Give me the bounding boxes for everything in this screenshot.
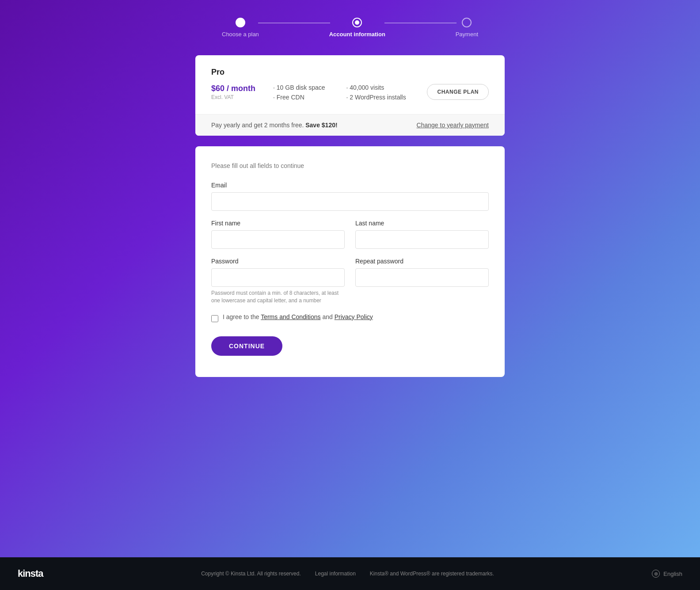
step-circle-3 [462,18,472,27]
globe-icon: ⊕ [652,570,660,578]
change-plan-button[interactable]: CHANGE PLAN [427,84,489,100]
password-group: Password Password must contain a min. of… [211,258,345,305]
last-name-label: Last name [355,220,489,227]
language-label: English [663,571,682,577]
form-card: Please fill out all fields to continue E… [195,146,505,377]
password-input[interactable] [211,268,345,287]
name-row: First name Last name [211,220,489,249]
step-payment: Payment [456,18,478,38]
footer-language: ⊕ English [652,570,682,578]
footer-logo: kinsta [18,568,43,579]
yearly-save-text: Save $120! [305,122,337,129]
yearly-text: Pay yearly and get 2 months free. Save $… [211,122,338,129]
first-name-label: First name [211,220,345,227]
footer-center: Copyright © Kinsta Ltd. All rights reser… [201,571,494,577]
terms-label[interactable]: I agree to the Terms and Conditions and … [223,313,373,320]
step-label-1: Choose a plan [222,31,259,38]
first-name-group: First name [211,220,345,249]
continue-button[interactable]: CONTINUE [211,336,282,356]
email-label: Email [211,182,489,189]
plan-card: Pro $60 / month Excl. VAT · 10 GB disk s… [195,55,505,136]
terms-and-text: and [322,313,332,320]
plan-action: CHANGE PLAN [427,84,489,100]
footer: kinsta Copyright © Kinsta Ltd. All right… [0,557,700,590]
email-group: Email [211,182,489,211]
repeat-password-label: Repeat password [355,258,489,265]
form-instruction: Please fill out all fields to continue [211,162,489,169]
last-name-input[interactable] [355,230,489,249]
step-choose-plan: Choose a plan [222,18,259,38]
password-hint: Password must contain a min. of 8 charac… [211,289,345,305]
plan-features-col2: · 40,000 visits · 2 WordPress installs [346,84,406,101]
plan-vat: Excl. VAT [211,94,255,100]
password-row: Password Password must contain a min. of… [211,258,489,305]
step-circle-2 [352,18,362,27]
yearly-banner: Pay yearly and get 2 months free. Save $… [195,114,505,136]
plan-price-section: $60 / month Excl. VAT [211,84,255,100]
step-label-3: Payment [456,31,478,38]
terms-link[interactable]: Terms and Conditions [261,313,320,320]
step-account-info: Account information [329,18,385,38]
first-name-input[interactable] [211,230,345,249]
password-label: Password [211,258,345,265]
step-circle-1 [236,18,245,27]
last-name-group: Last name [355,220,489,249]
footer-legal-link[interactable]: Legal information [315,571,356,577]
footer-copyright: Copyright © Kinsta Ltd. All rights reser… [201,571,301,577]
footer-trademark: Kinsta® and WordPress® are registered tr… [370,571,494,577]
terms-checkbox-row: I agree to the Terms and Conditions and … [211,313,489,324]
plan-features-col1: · 10 GB disk space · Free CDN [273,84,325,101]
terms-checkbox[interactable] [211,315,218,322]
feature-wp: · 2 WordPress installs [346,94,406,101]
terms-text-before: I agree to the [223,313,259,320]
feature-visits: · 40,000 visits [346,84,406,91]
plan-features-grid: · 10 GB disk space · Free CDN · 40,000 v… [273,84,418,101]
yearly-base-text: Pay yearly and get 2 months free. [211,122,304,129]
privacy-link[interactable]: Privacy Policy [335,313,373,320]
step-line-2 [384,23,457,23]
plan-price: $60 / month [211,84,255,93]
repeat-password-group: Repeat password [355,258,489,305]
email-input[interactable] [211,192,489,211]
yearly-payment-link[interactable]: Change to yearly payment [417,122,489,129]
feature-cdn: · Free CDN [273,94,325,101]
repeat-password-input[interactable] [355,268,489,287]
feature-disk: · 10 GB disk space [273,84,325,91]
stepper: Choose a plan Account information Paymen… [222,18,478,38]
step-line-1 [258,23,330,23]
step-label-2: Account information [329,31,385,38]
plan-title: Pro [211,68,489,77]
